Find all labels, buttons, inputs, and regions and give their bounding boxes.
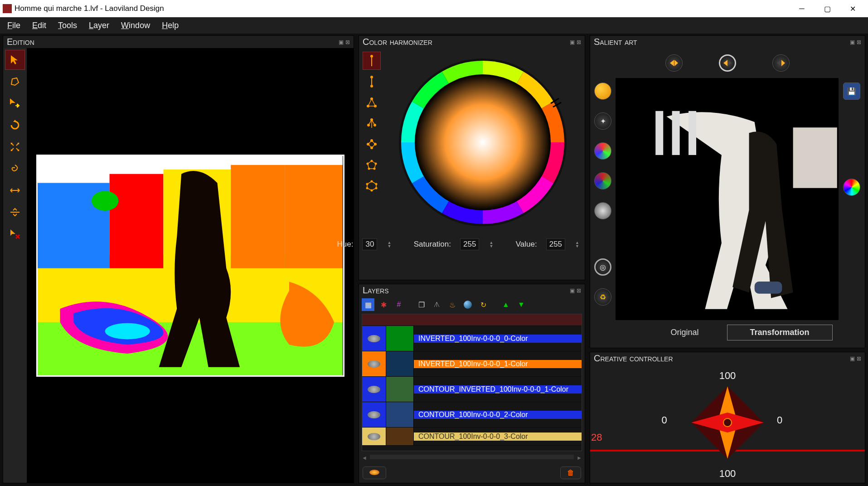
val-input[interactable]: 255 <box>546 238 565 250</box>
scheme-triad[interactable] <box>363 93 381 112</box>
sal-tool-rgb2[interactable] <box>594 172 611 190</box>
scheme-square[interactable] <box>363 135 381 153</box>
panel-close-icon[interactable]: ⊠ <box>577 39 581 45</box>
eye-icon[interactable] <box>368 386 380 393</box>
tool-delete[interactable] <box>5 224 25 244</box>
sal-tool-color[interactable] <box>594 83 611 100</box>
panel-close-icon[interactable]: ⊠ <box>345 39 350 45</box>
tool-rotate[interactable] <box>5 115 25 135</box>
layers-btn-dup[interactable]: ❐ <box>415 298 428 311</box>
panel-close-icon[interactable]: ⊠ <box>577 287 581 294</box>
menu-help[interactable]: Help <box>156 18 184 33</box>
layers-btn-up[interactable]: ▲ <box>499 298 512 311</box>
sal-color-picker[interactable] <box>843 179 860 196</box>
minimize-button[interactable]: ─ <box>789 0 815 17</box>
panel-float-icon[interactable]: ▣ <box>339 39 344 45</box>
layers-btn-cycle[interactable]: ↻ <box>477 298 490 311</box>
layers-btn-fx1[interactable]: ✱ <box>377 298 390 311</box>
salient-tabs: Original Transformation <box>593 320 862 345</box>
hue-input[interactable]: 30 <box>362 238 377 250</box>
menu-edit[interactable]: Edit <box>27 18 52 33</box>
tab-transformation[interactable]: Transformation <box>727 325 833 340</box>
panel-float-icon[interactable]: ▣ <box>850 355 855 362</box>
eye-icon[interactable] <box>368 335 380 342</box>
salient-right-tools: 💾 <box>841 78 862 320</box>
cc-left-val: 0 <box>662 414 667 426</box>
sal-tool-bw[interactable] <box>594 202 611 219</box>
color-wheel[interactable] <box>384 52 581 233</box>
panel-title-edition: Edition ▣⊠ <box>3 36 354 48</box>
svg-rect-3 <box>109 174 163 268</box>
layers-btn-flame[interactable]: ♨ <box>446 298 459 311</box>
sal-tool-target[interactable]: ◎ <box>594 258 611 276</box>
scheme-complementary[interactable] <box>363 73 381 91</box>
val-spinner[interactable]: ▲▼ <box>575 241 579 248</box>
sal-save-icon[interactable]: 💾 <box>843 83 860 100</box>
menu-file[interactable]: File <box>2 18 26 33</box>
tool-polygon[interactable] <box>5 72 25 92</box>
panel-close-icon[interactable]: ⊠ <box>857 39 861 45</box>
salient-mode-2[interactable] <box>719 54 736 72</box>
layer-row-timeline[interactable] <box>362 314 582 326</box>
menu-layer[interactable]: Layer <box>83 18 115 33</box>
layers-colorize-button[interactable] <box>363 467 386 479</box>
panel-close-icon[interactable]: ⊠ <box>857 355 861 362</box>
layer-row[interactable]: CONTOUR_100Inv-0-0-0_3-Color <box>362 428 582 446</box>
eye-icon[interactable] <box>368 433 380 440</box>
panel-float-icon[interactable]: ▣ <box>570 287 575 294</box>
sat-input[interactable]: 255 <box>460 238 479 250</box>
panel-float-icon[interactable]: ▣ <box>850 39 855 45</box>
svg-point-12 <box>370 76 373 78</box>
layers-btn-merge[interactable]: ⩚ <box>431 298 443 311</box>
scheme-analogous[interactable] <box>363 156 381 174</box>
canvas[interactable] <box>36 155 344 377</box>
salient-mode-row <box>593 51 862 78</box>
salient-mode-3[interactable] <box>772 54 790 72</box>
layers-btn-down[interactable]: ▼ <box>515 298 528 311</box>
scheme-single[interactable] <box>363 52 381 70</box>
panel-float-icon[interactable]: ▣ <box>570 39 575 45</box>
svg-point-37 <box>415 74 551 210</box>
sal-tool-recycle[interactable]: ♻ <box>594 288 611 306</box>
svg-point-9 <box>91 191 118 211</box>
tool-scale[interactable] <box>5 137 25 157</box>
layer-row[interactable]: CONTOUR_100Inv-0-0-0_2-Color <box>362 402 582 428</box>
tool-vertical-icon[interactable] <box>5 202 25 222</box>
layer-scrollbar[interactable]: ◄► <box>362 454 582 462</box>
scheme-split[interactable] <box>363 114 381 132</box>
menu-tools[interactable]: Tools <box>53 18 82 33</box>
close-button[interactable]: ✕ <box>840 0 865 17</box>
maximize-button[interactable]: ▢ <box>815 0 840 17</box>
panel-title-salient: Salient art ▣⊠ <box>590 36 865 48</box>
scheme-polygon[interactable] <box>363 177 381 195</box>
layers-toolbar: ▦ ✱ # ❐ ⩚ ♨ ↻ ▲ ▼ <box>362 298 582 311</box>
tool-move[interactable] <box>5 93 25 113</box>
hue-spinner[interactable]: ▲▼ <box>387 241 391 248</box>
layer-row[interactable]: CONTOUR_INVERTED_100Inv-0-0-0_1-Color <box>362 377 582 402</box>
salient-preview[interactable] <box>616 78 839 320</box>
layers-btn-sphere[interactable] <box>461 298 474 311</box>
sat-spinner[interactable]: ▲▼ <box>489 241 493 248</box>
tool-horizontal-icon[interactable] <box>5 180 25 200</box>
layers-btn-fx2[interactable]: # <box>393 298 405 311</box>
sal-tool-star[interactable]: ✦ <box>594 112 611 130</box>
tab-original[interactable]: Original <box>648 325 721 340</box>
sal-tool-rgb[interactable] <box>594 142 611 160</box>
layers-delete-button[interactable]: 🗑 <box>560 467 581 479</box>
layer-row[interactable]: INVERTED_100Inv-0-0-0_1-Color <box>362 351 582 377</box>
eye-icon[interactable] <box>368 411 380 418</box>
panel-title-creative: Creative controller ▣⊠ <box>590 352 865 364</box>
salient-mode-1[interactable] <box>665 54 683 72</box>
cc-diamond[interactable] <box>687 382 768 463</box>
val-label: Value: <box>516 240 537 249</box>
eye-icon[interactable] <box>368 360 380 368</box>
creative-controller-pad[interactable]: 100 0 0 100 28 <box>590 364 865 483</box>
tool-pointer[interactable] <box>5 50 25 70</box>
hue-label: Hue: <box>337 240 354 249</box>
harmony-schemes <box>363 52 381 233</box>
layer-row[interactable]: INVERTED_100Inv-0-0-0_0-Color <box>362 326 582 351</box>
canvas-area[interactable] <box>27 48 354 483</box>
menu-window[interactable]: Window <box>116 18 155 33</box>
layers-btn-grid[interactable]: ▦ <box>362 298 374 311</box>
tool-swirl[interactable] <box>5 159 25 179</box>
